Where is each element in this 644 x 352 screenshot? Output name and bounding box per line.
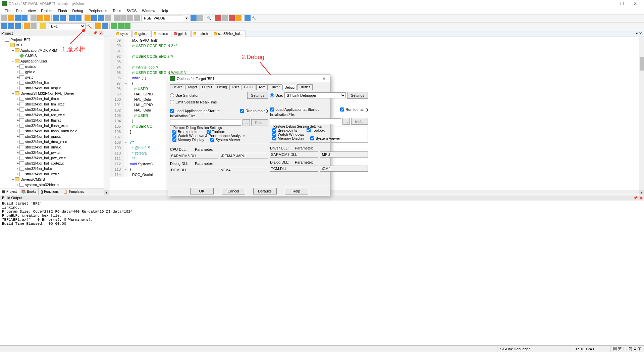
save-icon[interactable] xyxy=(15,15,21,21)
dialog-tab-linker[interactable]: Linker xyxy=(268,84,282,90)
breakpoint-kill-icon[interactable] xyxy=(229,15,235,21)
menu-flash[interactable]: Flash xyxy=(55,8,70,13)
debug-start-icon[interactable]: 🔍 xyxy=(206,15,212,21)
code-line[interactable]: 92 /* USER CODE END 2 */ xyxy=(110,54,644,59)
sim-memdisp-check[interactable]: Memory Display xyxy=(172,138,204,142)
breakpoint-window-icon[interactable] xyxy=(235,15,241,21)
dbg-breakpoints-check[interactable]: Breakpoints xyxy=(272,128,297,132)
panel-close-icon[interactable]: × xyxy=(99,31,103,35)
minimize-button[interactable]: ─ xyxy=(602,0,615,7)
tree-item[interactable]: −Application/User xyxy=(0,58,104,64)
dialog-close-button[interactable]: ✕ xyxy=(320,76,328,81)
tree-item[interactable]: +stm32f4xx_hal_cortex.c xyxy=(0,161,104,166)
redo-icon[interactable] xyxy=(60,15,66,21)
menu-help[interactable]: Help xyxy=(158,8,171,13)
project-tree[interactable]: −Project: BF1−BF1+Application/MDK-ARMCMS… xyxy=(0,36,104,188)
dialog-tab-user[interactable]: User xyxy=(229,84,241,90)
find-in-files-icon[interactable] xyxy=(197,15,203,21)
target-options-icon[interactable]: 🔨✨ xyxy=(86,23,92,29)
tree-item[interactable]: +gpio.c xyxy=(0,69,104,75)
sim-toolbox-check[interactable]: Toolbox xyxy=(207,130,225,134)
pack-installer-icon[interactable] xyxy=(124,23,130,29)
manage-project-icon[interactable] xyxy=(95,23,101,29)
tree-item[interactable]: +stm32f4xx_hal_rcc_ex.c xyxy=(0,112,104,118)
find-combo[interactable] xyxy=(143,15,183,21)
code-line[interactable]: 94 /* Infinite loop */ xyxy=(110,64,644,70)
bookmark-clear-icon[interactable] xyxy=(105,15,111,21)
tree-item[interactable]: +system_stm32f4xx.c xyxy=(0,182,104,187)
dbg-load-startup-check[interactable]: Load Application at Startup xyxy=(270,107,319,112)
pin-icon[interactable]: 📌 xyxy=(633,196,638,200)
tree-item[interactable]: +stm32f4xx_hal_exti.c xyxy=(0,171,104,177)
tree-item[interactable]: −Drivers/CMSIS xyxy=(0,177,104,182)
menu-edit[interactable]: Edit xyxy=(13,8,25,13)
tree-item[interactable]: +stm32f4xx_hal_flash.c xyxy=(0,118,104,123)
configure-icon[interactable]: 🔧 xyxy=(251,15,257,21)
build-output-text[interactable]: Build target 'BF1' linking... Program Si… xyxy=(0,201,644,268)
use-simulator-radio[interactable]: Use Simulator xyxy=(170,93,199,97)
cut-icon[interactable] xyxy=(31,15,37,21)
dialog-tab-listing[interactable]: Listing xyxy=(215,84,229,90)
translate-icon[interactable] xyxy=(1,23,7,29)
tree-item[interactable]: −BF1 xyxy=(0,42,104,48)
breakpoint-icon[interactable] xyxy=(215,15,221,21)
stop-build-icon[interactable] xyxy=(31,23,37,29)
copy-icon[interactable] xyxy=(37,15,43,21)
ok-button[interactable]: OK xyxy=(190,188,214,194)
sim-browse-button[interactable]: ... xyxy=(243,119,250,126)
panel-close-icon[interactable]: × xyxy=(639,196,643,200)
tree-item[interactable]: +stm32f4xx_hal_tim_ex.c xyxy=(0,101,104,107)
dialog-tab-cc[interactable]: C/C++ xyxy=(241,84,256,90)
uncomment-icon[interactable] xyxy=(134,15,140,21)
menu-file[interactable]: File xyxy=(2,8,13,13)
menu-window[interactable]: Window xyxy=(139,8,158,13)
sim-breakpoints-check[interactable]: Breakpoints xyxy=(172,130,197,134)
window-layout-icon[interactable] xyxy=(245,15,251,21)
dialog-tab-device[interactable]: Device xyxy=(170,84,185,90)
build-icon[interactable] xyxy=(8,23,14,29)
sim-watch-perf-check[interactable]: Watch Windows & Performance Analyzer xyxy=(172,134,266,138)
dbg-toolbox-check[interactable]: Toolbox xyxy=(307,128,325,132)
editor-tab[interactable]: main.h xyxy=(191,31,211,37)
dbg-sysviewer-check[interactable]: System Viewer xyxy=(310,136,340,140)
new-file-icon[interactable] xyxy=(1,15,7,21)
sim-run-main-check[interactable]: Run to main() xyxy=(240,109,268,113)
dbg-settings-button[interactable]: Settings xyxy=(347,92,368,99)
dbg-run-main-check[interactable]: Run to main() xyxy=(340,107,368,112)
find-icon[interactable] xyxy=(191,15,197,21)
dbg-watch-check[interactable]: Watch Windows xyxy=(272,132,366,136)
manage-rte-icon[interactable] xyxy=(111,23,117,29)
tree-item[interactable]: +stm32f4xx_hal_flash_ex.c xyxy=(0,123,104,128)
code-line[interactable]: 91 xyxy=(110,48,644,54)
editor-tab[interactable]: gpio.h xyxy=(172,31,191,37)
pin-icon[interactable]: 📌 xyxy=(93,31,98,35)
nav-fwd-icon[interactable] xyxy=(75,15,82,21)
indent-icon[interactable] xyxy=(114,15,120,21)
tree-item[interactable]: +stm32f4xx_hal_dma_ex.c xyxy=(0,139,104,144)
dbg-init-file-input[interactable] xyxy=(270,118,341,124)
code-line[interactable]: 89 MX_GPIO_Init(); xyxy=(110,38,644,43)
project-tab-functions[interactable]: {}Functions xyxy=(39,188,61,195)
tab-close-icon[interactable]: ✕ xyxy=(639,31,642,35)
sim-load-startup-check[interactable]: Load Application at Startup xyxy=(170,109,219,113)
tree-item[interactable]: +stm32f4xx_hal.c xyxy=(0,166,104,171)
tree-item[interactable]: +Application/MDK-ARM xyxy=(0,48,104,53)
tree-item[interactable]: +stm32f4xx_hal_msp.c xyxy=(0,85,104,91)
tree-root[interactable]: −Project: BF1 xyxy=(0,37,104,42)
menu-tools[interactable]: Tools xyxy=(110,8,124,13)
sim-init-file-input[interactable] xyxy=(170,120,241,126)
close-button[interactable]: ✕ xyxy=(629,0,642,7)
open-file-icon[interactable] xyxy=(8,15,14,21)
file-ext-icon[interactable] xyxy=(102,23,108,29)
breakpoint-disable-icon[interactable] xyxy=(222,15,228,21)
menu-view[interactable]: View xyxy=(25,8,39,13)
tree-item[interactable]: +stm32f4xx_hal_flash_ramfunc.c xyxy=(0,128,104,134)
sim-sysviewer-check[interactable]: System Viewer xyxy=(210,138,240,142)
dialog-tab-target[interactable]: Target xyxy=(185,84,200,90)
undo-icon[interactable] xyxy=(53,15,59,21)
menu-project[interactable]: Project xyxy=(38,8,55,13)
help-button[interactable]: Help xyxy=(285,188,308,194)
tab-dropdown-icon[interactable]: ▾ xyxy=(636,31,638,35)
dialog-tab-debug[interactable]: Debug xyxy=(282,85,297,90)
sim-edit-button[interactable]: Edit... xyxy=(251,119,268,126)
